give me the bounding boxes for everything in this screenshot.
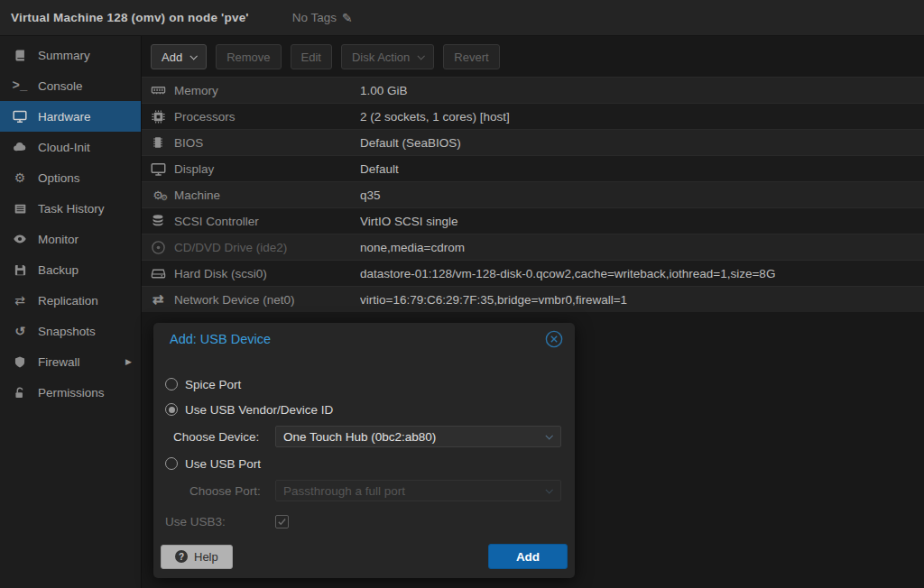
terminal-icon: >_ — [11, 78, 29, 93]
sidebar-item-monitor[interactable]: Monitor — [0, 224, 141, 254]
sidebar-item-console[interactable]: >_ Console — [0, 70, 141, 101]
bios-chip-icon — [149, 135, 167, 150]
radio-unchecked-icon — [165, 457, 178, 470]
usb3-label: Use USB3: — [165, 515, 275, 528]
table-row-bios[interactable]: BIOS Default (SeaBIOS) — [142, 129, 924, 155]
chevron-down-icon — [545, 432, 552, 439]
choose-port-select: Passthrough a full port — [275, 480, 561, 501]
table-row-hard-disk[interactable]: Hard Disk (scsi0) datastore-01:128/vm-12… — [142, 260, 924, 286]
table-row-display[interactable]: Display Default — [142, 155, 924, 181]
choose-device-label: Choose Device: — [173, 430, 275, 444]
tags-label: No Tags — [292, 11, 337, 24]
floppy-icon — [11, 263, 29, 277]
sidebar-item-replication[interactable]: ⇄ Replication — [0, 285, 141, 316]
sidebar-item-label: Task History — [38, 202, 105, 216]
cdrom-icon — [149, 240, 167, 255]
dialog-footer: ? Help Add — [161, 544, 568, 569]
sidebar-item-permissions[interactable]: Permissions — [0, 377, 141, 408]
sidebar-item-label: Firewall — [38, 355, 80, 369]
table-row-memory[interactable]: Memory 1.00 GiB — [142, 77, 924, 103]
memory-icon — [149, 83, 167, 98]
chevron-down-icon — [545, 486, 552, 493]
remove-button[interactable]: Remove — [216, 44, 281, 69]
eye-icon — [11, 232, 29, 246]
table-row-scsi-controller[interactable]: SCSI Controller VirtIO SCSI single — [142, 207, 924, 234]
question-icon: ? — [175, 550, 188, 563]
sidebar-item-label: Console — [38, 79, 83, 93]
proxmox-app: Virtual Machine 128 (omv) on node 'pve' … — [0, 0, 924, 588]
table-row-cdrom[interactable]: CD/DVD Drive (ide2) none,media=cdrom — [142, 234, 924, 260]
book-icon — [11, 49, 29, 62]
hardware-table: Memory 1.00 GiB Processors 2 (2 sockets,… — [142, 77, 924, 312]
sidebar-item-summary[interactable]: Summary — [0, 40, 141, 70]
choose-port-row: Choose Port: Passthrough a full port — [165, 480, 561, 501]
dialog-add-button[interactable]: Add — [488, 544, 568, 569]
chevron-down-icon — [190, 52, 198, 60]
close-icon[interactable] — [544, 329, 564, 349]
table-row-machine[interactable]: ⚙ ⚙ Machine q35 — [142, 181, 924, 207]
sidebar-item-label: Snapshots — [38, 325, 96, 338]
shield-icon — [11, 355, 29, 369]
gear-icon: ⚙ — [11, 170, 29, 185]
choose-port-label: Choose Port: — [189, 484, 275, 498]
choose-device-select[interactable]: One Touch Hub (0bc2:ab80) — [275, 426, 561, 447]
vm-header-bar: Virtual Machine 128 (omv) on node 'pve' … — [0, 0, 924, 36]
sidebar-item-firewall[interactable]: Firewall ▶ — [0, 346, 141, 377]
usb-port-radio[interactable]: Use USB Port — [165, 455, 561, 473]
sidebar-item-cloud-init[interactable]: Cloud-Init — [0, 132, 141, 162]
usb3-checkbox — [275, 515, 289, 528]
add-usb-device-dialog: Add: USB Device Spice Port Use USB Vendo… — [153, 323, 575, 578]
revert-button[interactable]: Revert — [443, 44, 499, 69]
hard-disk-icon — [149, 266, 167, 281]
help-button[interactable]: ? Help — [161, 545, 233, 569]
edit-tags-pencil-icon[interactable]: ✎ — [342, 11, 353, 25]
hardware-toolbar: Add Remove Edit Disk Action Revert — [142, 36, 924, 77]
sidebar-item-label: Replication — [38, 294, 98, 308]
chevron-right-icon: ▶ — [125, 357, 132, 366]
usb3-row: Use USB3: — [165, 512, 561, 530]
table-row-network-device[interactable]: ⇄ Network Device (net0) virtio=16:79:C6:… — [142, 286, 924, 312]
disk-action-button[interactable]: Disk Action — [341, 44, 434, 69]
radio-checked-icon — [165, 403, 178, 416]
sidebar-item-label: Backup — [38, 263, 79, 277]
choose-device-row: Choose Device: One Touch Hub (0bc2:ab80) — [165, 426, 561, 447]
vm-sidebar: Summary >_ Console Hardware Cloud-Init ⚙ — [0, 36, 142, 588]
sidebar-item-hardware[interactable]: Hardware — [0, 101, 141, 132]
dialog-header[interactable]: Add: USB Device — [153, 323, 575, 355]
add-button[interactable]: Add — [151, 44, 207, 69]
spice-port-radio[interactable]: Spice Port — [165, 375, 561, 393]
page-title: Virtual Machine 128 (omv) on node 'pve' — [11, 11, 249, 24]
sidebar-item-backup[interactable]: Backup — [0, 254, 141, 285]
sidebar-item-label: Hardware — [38, 110, 91, 124]
history-icon: ↺ — [11, 324, 29, 338]
usb-vendor-device-radio[interactable]: Use USB Vendor/Device ID — [165, 400, 561, 418]
radio-unchecked-icon — [165, 378, 178, 390]
network-icon: ⇄ — [149, 291, 167, 308]
dialog-body: Spice Port Use USB Vendor/Device ID Choo… — [153, 355, 575, 530]
machine-gears-icon: ⚙ ⚙ — [149, 189, 167, 201]
dialog-title: Add: USB Device — [170, 332, 544, 346]
display-icon — [11, 109, 29, 124]
scsi-controller-icon — [149, 214, 167, 228]
sidebar-item-label: Cloud-Init — [38, 141, 90, 154]
sidebar-item-label: Summary — [38, 49, 90, 62]
sidebar-item-task-history[interactable]: Task History — [0, 193, 141, 224]
list-icon — [11, 202, 29, 216]
table-row-processors[interactable]: Processors 2 (2 sockets, 1 cores) [host] — [142, 103, 924, 129]
sidebar-item-options[interactable]: ⚙ Options — [0, 162, 141, 193]
cloud-icon — [11, 140, 29, 154]
cpu-icon — [149, 109, 167, 124]
chevron-down-icon — [418, 52, 425, 60]
retweet-icon: ⇄ — [11, 293, 29, 308]
unlock-icon — [11, 386, 29, 400]
display-icon — [149, 161, 167, 177]
sidebar-item-label: Monitor — [38, 233, 79, 246]
sidebar-item-label: Permissions — [38, 386, 105, 400]
sidebar-item-label: Options — [38, 171, 80, 185]
sidebar-item-snapshots[interactable]: ↺ Snapshots — [0, 316, 141, 346]
edit-button[interactable]: Edit — [291, 44, 332, 69]
